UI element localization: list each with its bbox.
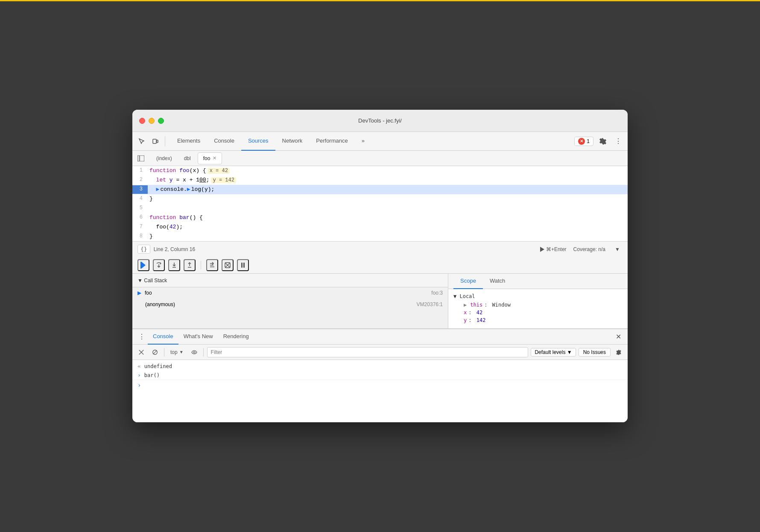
console-settings-button[interactable]	[613, 347, 624, 358]
more-tabs-button[interactable]: »	[355, 132, 371, 151]
call-arrow-icon: ▶	[137, 290, 141, 296]
coverage-text: Coverage: n/a	[573, 246, 605, 252]
cursor-position: Line 2, Column 16	[154, 246, 195, 252]
step-over-button[interactable]	[153, 259, 165, 271]
console-body: « undefined › bar() ›	[132, 360, 628, 422]
file-tab-dbl[interactable]: dbl	[179, 152, 196, 164]
devtools-icons	[136, 135, 167, 147]
debug-toolbar	[132, 257, 628, 274]
resume-button[interactable]	[137, 259, 149, 271]
tab-elements[interactable]: Elements	[170, 132, 207, 151]
console-panel: ⋮ Console What's New Rendering ✕	[132, 328, 628, 422]
svg-rect-6	[241, 263, 243, 268]
svg-rect-0	[153, 139, 156, 143]
pause-exceptions-button[interactable]	[237, 259, 249, 271]
file-tabs-bar: (index) dbl foo ✕	[132, 151, 628, 166]
right-panel: Scope Watch ▼ Local ▶ this :	[448, 274, 628, 328]
console-menu-icon[interactable]: ⋮	[136, 331, 148, 343]
code-line-3: 3 ▶console.▶log(y);	[132, 185, 628, 194]
console-toolbar: top ▼ Default levels ▼ No Issues	[132, 345, 628, 360]
svg-rect-4	[140, 262, 141, 269]
fullscreen-button[interactable]	[158, 118, 164, 124]
titlebar: DevTools - jec.fyi/	[132, 110, 628, 132]
code-line-4: 4 }	[132, 194, 628, 204]
device-toolbar-button[interactable]	[149, 135, 161, 147]
tab-network[interactable]: Network	[275, 132, 310, 151]
scope-tab-scope[interactable]: Scope	[453, 274, 483, 289]
step-button[interactable]	[206, 259, 218, 271]
console-cursor: ›	[137, 382, 141, 389]
left-panel: ▼ Call Stack ▶ foo foo:3 (anonymous) VM2…	[132, 274, 448, 328]
console-eye-icon[interactable]	[189, 347, 200, 358]
scope-local-header: ▼ Local	[453, 293, 623, 299]
console-clear-button[interactable]	[136, 347, 147, 358]
code-line-7: 7 foo(42);	[132, 222, 628, 232]
code-line-8: 8 }	[132, 232, 628, 241]
default-levels-button[interactable]: Default levels ▼	[531, 348, 576, 357]
scope-tab-watch[interactable]: Watch	[483, 274, 512, 289]
main-tabs: Elements Console Sources Network Perform…	[170, 132, 574, 150]
no-issues-button[interactable]: No Issues	[579, 348, 611, 357]
console-filter-input[interactable]	[207, 347, 529, 357]
window-title: DevTools - jec.fyi/	[358, 117, 402, 124]
header-separator	[165, 136, 165, 146]
step-into-button[interactable]	[168, 259, 180, 271]
coverage-dropdown[interactable]: ▼	[612, 244, 623, 254]
sidebar-toggle[interactable]	[136, 153, 146, 164]
console-tab-console[interactable]: Console	[148, 329, 178, 345]
file-tab-foo[interactable]: foo ✕	[198, 152, 222, 164]
scope-local-section: ▼ Local ▶ this : Window x : 42	[448, 292, 628, 325]
error-icon: ✕	[578, 138, 585, 145]
call-stack-item-anonymous[interactable]: (anonymous) VM20376:1	[132, 299, 448, 310]
console-line-undefined[interactable]: « undefined	[132, 362, 628, 371]
call-stack-item-foo[interactable]: ▶ foo foo:3	[132, 287, 448, 299]
scope-item-this[interactable]: ▶ this : Window	[453, 301, 623, 309]
error-badge[interactable]: ✕ 1	[574, 137, 593, 146]
svg-point-9	[193, 351, 195, 353]
format-button[interactable]: {}	[137, 245, 150, 254]
console-line-bar[interactable]: › bar()	[132, 371, 628, 380]
traffic-lights	[139, 118, 164, 124]
tab-sources[interactable]: Sources	[241, 132, 275, 151]
customize-button[interactable]: ⋮	[612, 135, 624, 147]
code-area[interactable]: 1 function foo(x) {x = 42 2 let y = x + …	[132, 166, 628, 241]
status-right: ⌘+Enter Coverage: n/a ▼	[540, 244, 623, 254]
tab-console[interactable]: Console	[207, 132, 241, 151]
code-line-2: 2 let y = x + 100;y = 142	[132, 175, 628, 185]
console-sep2	[203, 348, 204, 357]
console-tab-whats-new[interactable]: What's New	[178, 329, 218, 345]
run-button[interactable]: ⌘+Enter	[540, 246, 567, 252]
console-input-line[interactable]: ›	[132, 380, 628, 390]
settings-button[interactable]	[597, 135, 609, 147]
tab-performance[interactable]: Performance	[309, 132, 354, 151]
main-content: ▼ Call Stack ▶ foo foo:3 (anonymous) VM2…	[132, 274, 628, 328]
svg-rect-7	[243, 263, 245, 268]
code-line-5: 5	[132, 204, 628, 213]
scope-item-x: x : 42	[453, 309, 623, 316]
scope-item-y: y : 142	[453, 316, 623, 324]
debug-sep-1	[201, 261, 201, 269]
code-line-1: 1 function foo(x) {x = 42	[132, 166, 628, 175]
header-right: ✕ 1 ⋮	[574, 135, 624, 147]
close-tab-icon[interactable]: ✕	[213, 155, 216, 161]
console-context-selector[interactable]: top ▼	[168, 347, 186, 358]
devtools-window: DevTools - jec.fyi/ Elements Conso	[132, 110, 628, 422]
call-stack-header[interactable]: ▼ Call Stack	[132, 274, 448, 287]
deactivate-button[interactable]	[222, 259, 234, 271]
code-editor: 1 function foo(x) {x = 42 2 let y = x + …	[132, 166, 628, 241]
console-tab-rendering[interactable]: Rendering	[218, 329, 254, 345]
console-close-button[interactable]: ✕	[612, 331, 624, 343]
close-button[interactable]	[139, 118, 145, 124]
file-tab-index[interactable]: (index)	[151, 152, 177, 164]
devtools-header: Elements Console Sources Network Perform…	[132, 132, 628, 151]
svg-rect-1	[157, 140, 158, 143]
console-block-icon[interactable]	[149, 347, 161, 358]
status-left: {} Line 2, Column 16	[137, 245, 195, 254]
step-out-button[interactable]	[184, 259, 196, 271]
bottom-section: ▼ Call Stack ▶ foo foo:3 (anonymous) VM2…	[132, 257, 628, 328]
console-sep	[164, 348, 164, 357]
svg-rect-3	[137, 155, 140, 161]
status-bar: {} Line 2, Column 16 ⌘+Enter Coverage: n…	[132, 241, 628, 257]
inspect-element-button[interactable]	[136, 135, 148, 147]
minimize-button[interactable]	[149, 118, 155, 124]
